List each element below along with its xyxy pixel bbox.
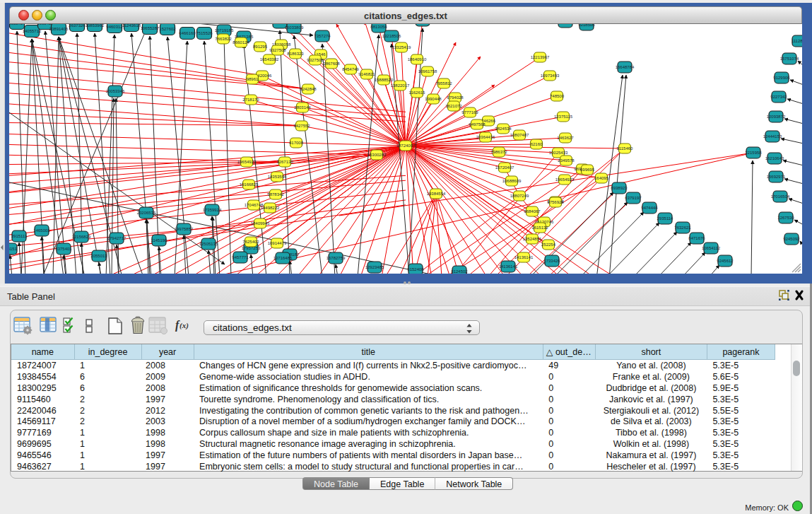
svg-text:14353594: 14353594 xyxy=(268,175,287,179)
svg-text:12375115: 12375115 xyxy=(554,115,573,119)
svg-text:2637326: 2637326 xyxy=(69,24,86,28)
svg-text:19975857: 19975857 xyxy=(175,227,194,231)
svg-text:13218506: 13218506 xyxy=(382,34,401,38)
svg-text:252254: 252254 xyxy=(541,243,556,247)
svg-text:9152408: 9152408 xyxy=(407,267,424,271)
svg-text:98961: 98961 xyxy=(247,77,259,81)
svg-text:16782759: 16782759 xyxy=(326,256,346,260)
svg-text:2055724: 2055724 xyxy=(9,24,25,25)
svg-text:17359924: 17359924 xyxy=(203,208,222,212)
svg-text:8938923: 8938923 xyxy=(611,186,628,190)
svg-text:7663822: 7663822 xyxy=(215,37,232,41)
svg-text:9427552: 9427552 xyxy=(293,124,310,128)
svg-text:9327508: 9327508 xyxy=(269,48,286,52)
svg-text:1463627: 1463627 xyxy=(557,136,574,140)
svg-text:10961758: 10961758 xyxy=(418,69,437,74)
svg-text:14136141: 14136141 xyxy=(514,255,534,259)
svg-text:10807487: 10807487 xyxy=(510,133,529,137)
svg-text:8813054: 8813054 xyxy=(370,25,387,29)
svg-text:1621072: 1621072 xyxy=(445,104,462,108)
svg-text:10719185: 10719185 xyxy=(215,28,234,33)
svg-text:748500: 748500 xyxy=(550,94,565,98)
svg-text:1162615: 1162615 xyxy=(409,90,426,95)
svg-text:2867608: 2867608 xyxy=(323,62,340,66)
svg-text:12923485: 12923485 xyxy=(365,265,384,269)
svg-text:20206535: 20206535 xyxy=(137,211,156,215)
svg-text:9129906: 9129906 xyxy=(773,76,790,80)
svg-text:19654923: 19654923 xyxy=(555,177,575,182)
svg-text:20053346: 20053346 xyxy=(106,89,125,93)
svg-text:12444153: 12444153 xyxy=(763,134,782,139)
svg-text:17016504: 17016504 xyxy=(771,194,790,199)
svg-text:3267130: 3267130 xyxy=(276,160,293,164)
svg-text:2935114: 2935114 xyxy=(657,216,674,221)
svg-text:2803144: 2803144 xyxy=(294,105,311,110)
svg-text:10654112: 10654112 xyxy=(702,246,721,250)
svg-text:6497568: 6497568 xyxy=(469,122,486,127)
svg-text:19166825: 19166825 xyxy=(240,182,259,187)
svg-text:994151: 994151 xyxy=(9,247,18,251)
svg-text:6466160: 6466160 xyxy=(179,31,196,35)
svg-text:9242848: 9242848 xyxy=(300,87,317,91)
svg-text:10688609: 10688609 xyxy=(502,179,522,183)
svg-text:12156829: 12156829 xyxy=(72,235,91,239)
svg-text:2349578: 2349578 xyxy=(558,158,575,163)
svg-text:7955812: 7955812 xyxy=(435,81,452,86)
svg-text:3915111: 3915111 xyxy=(11,234,28,238)
svg-text:9777169: 9777169 xyxy=(461,110,478,115)
svg-text:8471676: 8471676 xyxy=(688,236,705,240)
svg-text:19654923: 19654923 xyxy=(237,160,257,164)
svg-text:(x): (x) xyxy=(180,321,189,330)
svg-text:15888520: 15888520 xyxy=(375,78,394,82)
svg-text:10025433: 10025433 xyxy=(549,151,568,155)
svg-text:11243618: 11243618 xyxy=(122,24,141,28)
svg-text:1615132: 1615132 xyxy=(531,226,548,230)
svg-text:8454749: 8454749 xyxy=(342,67,359,71)
svg-text:14498222: 14498222 xyxy=(261,206,280,210)
svg-text:15720407: 15720407 xyxy=(495,165,514,170)
svg-text:9684067: 9684067 xyxy=(524,209,541,214)
svg-text:15300283: 15300283 xyxy=(367,153,387,157)
svg-text:15751074: 15751074 xyxy=(780,57,799,61)
svg-text:7625402: 7625402 xyxy=(242,240,259,244)
svg-text:20364436: 20364436 xyxy=(476,135,495,139)
svg-text:9218506: 9218506 xyxy=(578,24,595,27)
svg-text:1267530: 1267530 xyxy=(777,216,794,220)
svg-text:15692971: 15692971 xyxy=(767,175,786,179)
svg-text:1990448: 1990448 xyxy=(425,97,442,101)
svg-text:9245612: 9245612 xyxy=(717,259,734,263)
svg-text:17942717: 17942717 xyxy=(107,236,126,240)
svg-text:1527602: 1527602 xyxy=(159,27,176,31)
svg-text:62160: 62160 xyxy=(531,142,543,146)
svg-text:14055712: 14055712 xyxy=(23,29,42,33)
svg-text:7632621: 7632621 xyxy=(674,226,691,230)
svg-text:9327508: 9327508 xyxy=(307,58,324,62)
svg-text:1145190: 1145190 xyxy=(151,238,168,243)
svg-text:18807249: 18807249 xyxy=(510,194,529,198)
svg-text:16210643: 16210643 xyxy=(765,156,784,160)
svg-text:8660124: 8660124 xyxy=(233,40,249,45)
svg-text:18640910: 18640910 xyxy=(408,57,427,62)
svg-text:16914479: 16914479 xyxy=(268,241,287,245)
svg-text:13524851: 13524851 xyxy=(523,237,542,241)
svg-text:417008: 417008 xyxy=(289,141,304,145)
svg-text:10655287: 10655287 xyxy=(141,26,160,30)
svg-text:891295: 891295 xyxy=(253,45,268,49)
svg-text:12505135: 12505135 xyxy=(199,242,218,246)
svg-text:7357274: 7357274 xyxy=(314,34,331,38)
svg-text:164095: 164095 xyxy=(594,176,609,180)
svg-text:6794028: 6794028 xyxy=(447,95,464,100)
svg-text:8124502: 8124502 xyxy=(451,269,468,274)
svg-text:699695: 699695 xyxy=(580,168,595,172)
svg-text:5878342: 5878342 xyxy=(267,192,284,197)
svg-text:3215958: 3215958 xyxy=(745,151,762,155)
svg-text:1733426: 1733426 xyxy=(543,259,560,263)
svg-text:12213967: 12213967 xyxy=(531,55,550,59)
svg-text:16033809: 16033809 xyxy=(285,25,304,30)
svg-text:9474444: 9474444 xyxy=(641,206,658,210)
svg-text:13325419: 13325419 xyxy=(392,45,411,49)
svg-text:9457771: 9457771 xyxy=(232,255,249,259)
svg-text:8375401: 8375401 xyxy=(55,247,72,251)
svg-text:16648784: 16648784 xyxy=(616,65,635,69)
svg-text:1465001: 1465001 xyxy=(33,228,50,233)
